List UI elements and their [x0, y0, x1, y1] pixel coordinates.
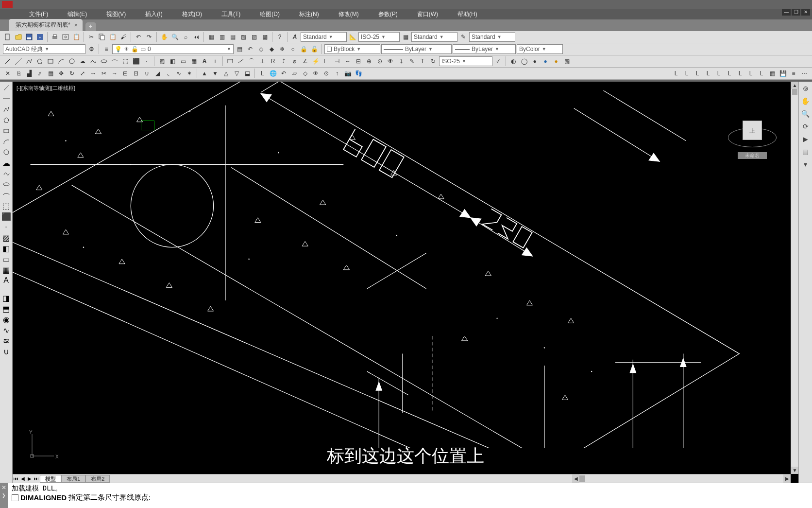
undo-icon[interactable]: ↶ [134, 32, 143, 42]
extend-icon[interactable]: → [110, 69, 119, 78]
command-line-area[interactable]: ✕❯ 加载建模 DLL。 DIMALIGNED 指定第二条尺寸界线原点: [0, 483, 812, 508]
jog-line-icon[interactable]: ⤵ [396, 56, 406, 66]
break-at-icon[interactable]: ⊟ [120, 69, 130, 78]
palette-point-icon[interactable]: · [2, 223, 11, 231]
menu-draw[interactable]: 绘图(D) [250, 9, 289, 20]
menu-tools[interactable]: 工具(T) [212, 9, 250, 20]
wireframe-icon[interactable]: ◯ [519, 56, 529, 66]
layer-lock-button-icon[interactable]: 🔒 [299, 44, 308, 54]
layer-off-icon[interactable]: ○ [288, 44, 298, 54]
circle-icon[interactable] [67, 56, 77, 66]
render-icon[interactable]: ◐ [508, 56, 518, 66]
color-dropdown[interactable]: ByBlock▼ [324, 44, 380, 54]
palette-xline-icon[interactable] [2, 94, 11, 103]
saveas-icon[interactable]: + [35, 32, 45, 42]
ucs-manager-icon[interactable]: ▦ [767, 69, 777, 78]
plot-icon[interactable] [50, 32, 60, 42]
dim-style-dropdown[interactable]: ISO-25▼ [358, 32, 400, 42]
zoom-tool-icon[interactable]: 🔍 [801, 109, 811, 119]
ellipse-icon[interactable] [99, 56, 109, 66]
tabs-last-icon[interactable]: ⏭ [33, 476, 40, 481]
palette-line-icon[interactable] [2, 84, 11, 92]
palette-loft-icon[interactable]: ≋ [2, 336, 11, 345]
ucs-rotate-x-icon[interactable]: L [735, 69, 745, 78]
conceptual-icon[interactable]: ● [551, 56, 561, 66]
insert-block-icon[interactable]: ⬚ [120, 56, 130, 66]
palette-table-icon[interactable]: ▦ [2, 265, 11, 274]
rectangle-icon[interactable] [46, 56, 55, 66]
fillet-icon[interactable]: ◟ [163, 69, 173, 78]
ucs-zaxis-icon[interactable]: ↑ [332, 69, 342, 78]
tabs-prev-icon[interactable]: ◀ [19, 476, 26, 481]
scale-icon[interactable]: ⤢ [78, 69, 87, 78]
h-scroll-right-icon[interactable]: ▶ [783, 474, 791, 483]
ucs-view-icon[interactable]: 👁 [311, 69, 321, 78]
vertical-scrollbar[interactable]: ▲ ▼ [791, 82, 798, 474]
array-icon[interactable]: ▦ [46, 69, 55, 78]
pan-tool-icon[interactable]: ✋ [801, 96, 811, 106]
ucs-x-icon[interactable]: L [671, 69, 681, 78]
offset-icon[interactable]: ⫽ [35, 69, 45, 78]
close-window-button[interactable]: ✕ [801, 9, 810, 16]
spline-icon[interactable] [88, 56, 98, 66]
polyline-icon[interactable] [24, 56, 34, 66]
dim-diameter-icon[interactable]: ⌀ [289, 56, 299, 66]
mirror-icon[interactable]: ▟ [24, 69, 34, 78]
break-icon[interactable]: ⊡ [131, 69, 141, 78]
palette-revcloud-icon[interactable]: ☁ [2, 158, 11, 167]
dim-update-icon[interactable]: ↻ [428, 56, 438, 66]
palette-extrude-icon[interactable]: ⬒ [2, 304, 11, 313]
match-properties-icon[interactable]: 🖌 [118, 32, 128, 42]
zoom-realtime-icon[interactable]: 🔍 [170, 32, 180, 42]
ucs-z-icon[interactable]: L [693, 69, 702, 78]
dim-tedit-icon[interactable]: T [418, 56, 427, 66]
minimize-button[interactable]: — [782, 9, 791, 16]
layer-manager-icon[interactable]: ≡ [102, 44, 111, 54]
dim-continue-icon[interactable]: ⊣ [332, 56, 342, 66]
dim-linear-icon[interactable] [225, 56, 235, 66]
dim-baseline-icon[interactable]: ⊢ [321, 56, 331, 66]
gradient-icon[interactable]: ◧ [168, 56, 177, 66]
plot-preview-icon[interactable] [61, 32, 70, 42]
text-style-dropdown[interactable]: Standard▼ [301, 32, 347, 42]
palette-pline-icon[interactable] [2, 105, 11, 114]
arc-icon[interactable] [56, 56, 66, 66]
dim-ordinate-icon[interactable]: ⊥ [257, 56, 267, 66]
tool-palettes-icon[interactable]: ▤ [228, 32, 237, 42]
ucs-object-icon[interactable]: ◇ [300, 69, 310, 78]
workspace-dropdown[interactable]: AutoCAD 经典▼ [3, 44, 85, 54]
palette-box-icon[interactable]: ◨ [2, 294, 11, 302]
dim-arc-icon[interactable]: ⌒ [247, 56, 256, 66]
palette-makeblock-icon[interactable]: ⬛ [2, 212, 11, 221]
zoom-window-icon[interactable]: ⌕ [181, 32, 190, 42]
inspection-icon[interactable]: 👁 [386, 56, 395, 66]
dim-radius-icon[interactable]: R [268, 56, 278, 66]
menu-insert[interactable]: 插入(I) [135, 9, 172, 20]
dim-setcurrent-icon[interactable]: ✓ [493, 56, 503, 66]
nav-expand-icon[interactable]: ▾ [801, 159, 811, 169]
new-tab-button[interactable]: + [85, 22, 96, 31]
hatch-to-back-icon[interactable]: ⬓ [242, 69, 252, 78]
table-icon[interactable]: ▦ [189, 56, 199, 66]
menu-view[interactable]: 视图(V) [97, 9, 135, 20]
make-block-icon[interactable]: ⬛ [131, 56, 141, 66]
ucs-prev-icon[interactable]: ↶ [279, 69, 288, 78]
move-icon[interactable]: ✥ [56, 69, 66, 78]
ucs-save-icon[interactable]: 💾 [778, 69, 788, 78]
textstyle-icon[interactable]: A [290, 32, 300, 42]
steering-wheel-icon[interactable]: ⊚ [801, 84, 811, 93]
palette-ellipse-arc-icon[interactable] [2, 191, 11, 199]
publish-icon[interactable]: 📋 [71, 32, 81, 42]
dim-angular-icon[interactable]: ∠ [300, 56, 310, 66]
tolerance-icon[interactable]: ⊕ [364, 56, 374, 66]
layer-states-icon[interactable]: ▤ [235, 44, 244, 54]
command-close-icon[interactable]: ✕❯ [0, 483, 8, 508]
camera-icon[interactable]: 📷 [343, 69, 353, 78]
copy-obj-icon[interactable]: ⎘ [14, 69, 23, 78]
h-scroll-thumb[interactable] [579, 475, 585, 482]
menu-dimension[interactable]: 标注(N) [289, 9, 329, 20]
line-icon[interactable] [3, 56, 13, 66]
center-mark-icon[interactable]: ⊙ [375, 56, 385, 66]
layer-freeze-button-icon[interactable]: ❄ [277, 44, 287, 54]
linetype-dropdown[interactable]: ByLayer▼ [381, 44, 452, 54]
